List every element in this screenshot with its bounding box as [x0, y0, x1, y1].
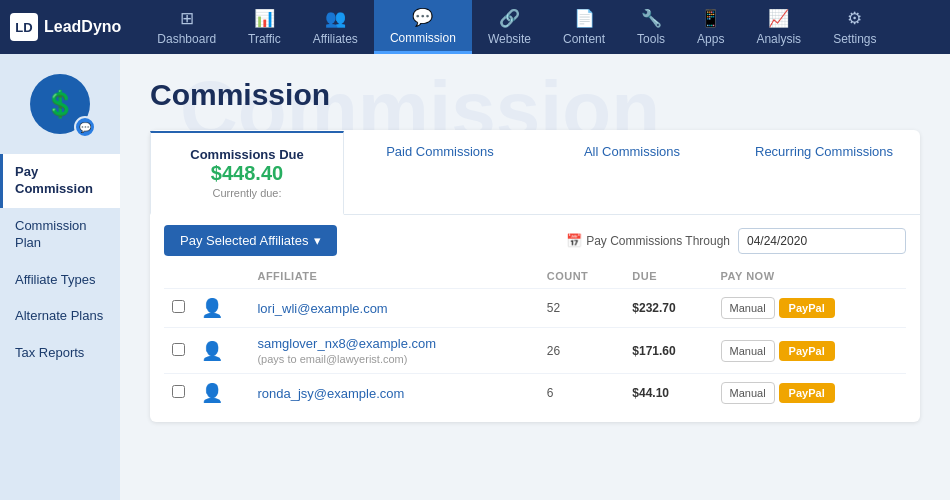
nav-item-affiliates[interactable]: 👥Affiliates	[297, 0, 374, 54]
nav-item-tools[interactable]: 🔧Tools	[621, 0, 681, 54]
nav-item-settings[interactable]: ⚙Settings	[817, 0, 892, 54]
row-avatar-cell: 👤	[193, 328, 249, 374]
navbar: LD LeadDyno ⊞Dashboard📊Traffic👥Affiliate…	[0, 0, 950, 54]
table-header-row: AFFILIATE COUNT DUE PAY NOW	[164, 266, 906, 289]
sidebar-item-commission-plan[interactable]: Commission Plan	[0, 208, 120, 262]
manual-pay-button[interactable]: Manual	[721, 340, 775, 362]
tab-paid-commissions[interactable]: Paid Commissions	[344, 130, 536, 214]
nav-item-traffic[interactable]: 📊Traffic	[232, 0, 297, 54]
paypal-pay-button[interactable]: PayPal	[779, 383, 835, 403]
tab-paid-commissions-label: Paid Commissions	[354, 144, 526, 159]
row-pay-cell: Manual PayPal	[713, 328, 906, 374]
row-checkbox[interactable]	[172, 300, 185, 313]
row-due-cell: $232.70	[624, 289, 712, 328]
dollar-icon: 💲 💬	[30, 74, 90, 134]
table-wrap: AFFILIATE COUNT DUE PAY NOW 👤 lori_wli@e…	[150, 266, 920, 422]
row-count-cell: 52	[539, 289, 625, 328]
manual-pay-button[interactable]: Manual	[721, 297, 775, 319]
row-checkbox[interactable]	[172, 385, 185, 398]
col-avatar	[193, 266, 249, 289]
sidebar-item-alternate-plans[interactable]: Alternate Plans	[0, 298, 120, 335]
tab-commissions-due-amount: $448.40	[161, 162, 333, 185]
tab-all-commissions[interactable]: All Commissions	[536, 130, 728, 214]
row-pay-cell: Manual PayPal	[713, 374, 906, 413]
content-nav-icon: 📄	[574, 8, 595, 29]
website-nav-label: Website	[488, 32, 531, 46]
date-input[interactable]	[738, 228, 906, 254]
main-layout: 💲 💬 Pay CommissionCommission PlanAffilia…	[0, 54, 950, 500]
brand-name: LeadDyno	[44, 18, 121, 36]
nav-item-apps[interactable]: 📱Apps	[681, 0, 740, 54]
toolbar: Pay Selected Affiliates ▾ 📅 Pay Commissi…	[150, 215, 920, 266]
manual-pay-button[interactable]: Manual	[721, 382, 775, 404]
website-nav-icon: 🔗	[499, 8, 520, 29]
nav-item-website[interactable]: 🔗Website	[472, 0, 547, 54]
table-row: 👤 lori_wli@example.com 52 $232.70 Manual…	[164, 289, 906, 328]
nav-item-content[interactable]: 📄Content	[547, 0, 621, 54]
row-affiliate-cell: samglover_nx8@example.com (pays to email…	[249, 328, 538, 374]
col-due: DUE	[624, 266, 712, 289]
col-pay-now: PAY NOW	[713, 266, 906, 289]
commission-nav-icon: 💬	[412, 7, 433, 28]
page-title: Commission	[150, 78, 920, 112]
tab-recurring-commissions[interactable]: Recurring Commissions	[728, 130, 920, 214]
col-affiliate: AFFILIATE	[249, 266, 538, 289]
tab-commissions-due[interactable]: Commissions Due $448.40 Currently due:	[150, 131, 344, 215]
commission-nav-label: Commission	[390, 31, 456, 45]
row-avatar-cell: 👤	[193, 289, 249, 328]
paypal-pay-button[interactable]: PayPal	[779, 341, 835, 361]
tab-commissions-due-label: Commissions Due	[161, 147, 333, 162]
apps-nav-icon: 📱	[700, 8, 721, 29]
dashboard-nav-label: Dashboard	[157, 32, 216, 46]
row-due-cell: $171.60	[624, 328, 712, 374]
row-checkbox-cell	[164, 289, 193, 328]
settings-nav-icon: ⚙	[847, 8, 862, 29]
date-filter-label: 📅 Pay Commissions Through	[566, 233, 730, 248]
affiliate-email-link[interactable]: ronda_jsy@example.com	[257, 386, 404, 401]
sidebar-item-pay-commission[interactable]: Pay Commission	[0, 154, 120, 208]
paypal-pay-button[interactable]: PayPal	[779, 298, 835, 318]
nav-item-dashboard[interactable]: ⊞Dashboard	[141, 0, 232, 54]
action-cell: Manual PayPal	[721, 340, 898, 362]
table-body: 👤 lori_wli@example.com 52 $232.70 Manual…	[164, 289, 906, 413]
content-nav-label: Content	[563, 32, 605, 46]
apps-nav-label: Apps	[697, 32, 724, 46]
row-affiliate-cell: lori_wli@example.com	[249, 289, 538, 328]
action-cell: Manual PayPal	[721, 297, 898, 319]
row-pay-cell: Manual PayPal	[713, 289, 906, 328]
row-count-cell: 6	[539, 374, 625, 413]
dashboard-nav-icon: ⊞	[180, 8, 194, 29]
sidebar-nav: Pay CommissionCommission PlanAffiliate T…	[0, 154, 120, 372]
avatar-icon: 👤	[201, 383, 223, 403]
traffic-nav-icon: 📊	[254, 8, 275, 29]
analysis-nav-icon: 📈	[768, 8, 789, 29]
tools-nav-icon: 🔧	[641, 8, 662, 29]
sidebar-item-tax-reports[interactable]: Tax Reports	[0, 335, 120, 372]
affiliate-email-link[interactable]: lori_wli@example.com	[257, 301, 387, 316]
row-due-cell: $44.10	[624, 374, 712, 413]
calendar-icon: 📅	[566, 233, 582, 248]
table-row: 👤 ronda_jsy@example.com 6 $44.10 Manual …	[164, 374, 906, 413]
row-affiliate-cell: ronda_jsy@example.com	[249, 374, 538, 413]
sidebar-item-affiliate-types[interactable]: Affiliate Types	[0, 262, 120, 299]
settings-nav-label: Settings	[833, 32, 876, 46]
tab-all-commissions-label: All Commissions	[546, 144, 718, 159]
row-checkbox-cell	[164, 328, 193, 374]
affiliates-nav-label: Affiliates	[313, 32, 358, 46]
nav-item-commission[interactable]: 💬Commission	[374, 0, 472, 54]
tools-nav-label: Tools	[637, 32, 665, 46]
row-checkbox[interactable]	[172, 343, 185, 356]
table-row: 👤 samglover_nx8@example.com (pays to ema…	[164, 328, 906, 374]
tab-recurring-commissions-label: Recurring Commissions	[738, 144, 910, 159]
col-check	[164, 266, 193, 289]
pay-selected-affiliates-button[interactable]: Pay Selected Affiliates ▾	[164, 225, 337, 256]
nav-item-analysis[interactable]: 📈Analysis	[740, 0, 817, 54]
analysis-nav-label: Analysis	[756, 32, 801, 46]
affiliate-email-link[interactable]: samglover_nx8@example.com	[257, 336, 436, 351]
logo[interactable]: LD LeadDyno	[10, 13, 121, 41]
tab-commissions-due-subtitle: Currently due:	[161, 187, 333, 199]
date-filter: 📅 Pay Commissions Through	[566, 228, 906, 254]
commissions-table: AFFILIATE COUNT DUE PAY NOW 👤 lori_wli@e…	[164, 266, 906, 412]
content-area: Commission Commission Commissions Due $4…	[120, 54, 950, 500]
row-count-cell: 26	[539, 328, 625, 374]
